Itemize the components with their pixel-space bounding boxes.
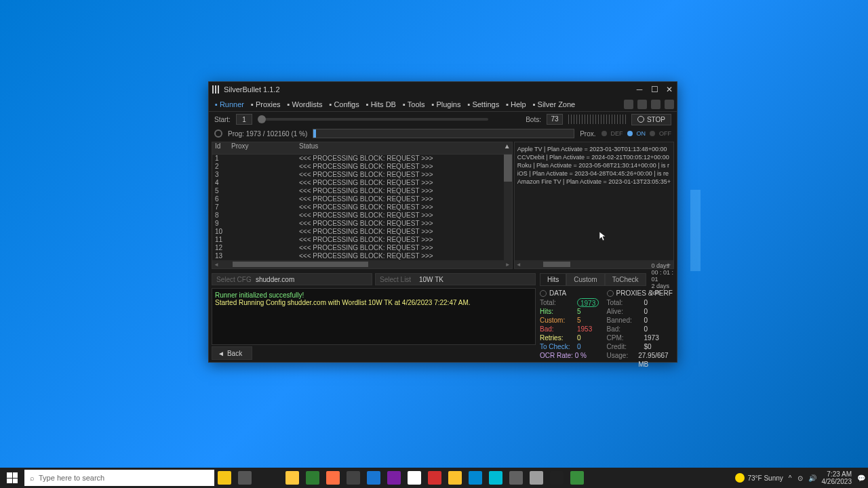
col-id[interactable]: Id — [212, 142, 231, 154]
table-row[interactable]: 8<<< PROCESSING BLOCK: REQUEST >>> — [212, 211, 512, 220]
log-hscroll[interactable]: ◄► — [515, 260, 673, 268]
table-row[interactable]: 6<<< PROCESSING BLOCK: REQUEST >>> — [212, 195, 512, 203]
mouse-cursor — [599, 232, 606, 241]
toolbar-tools[interactable]: ▪Tools — [399, 99, 429, 110]
taskbar-app[interactable] — [214, 468, 235, 488]
hits-log: Apple TV | Plan Activate = 2023-01-30T01… — [514, 142, 674, 269]
bots-label: Bots: — [526, 116, 541, 123]
taskbar-app[interactable] — [404, 468, 425, 488]
table-row[interactable]: 11<<< PROCESSING BLOCK: REQUEST >>> — [212, 236, 512, 244]
maximize-button[interactable]: ☐ — [650, 85, 659, 94]
taskbar: ⌕Type here to search 73°F Sunny ^ ⊙ 🔊 7:… — [0, 468, 868, 488]
taskbar-app[interactable] — [323, 468, 343, 488]
start-input[interactable] — [236, 114, 252, 125]
svg-rect-0 — [212, 85, 214, 94]
clock[interactable]: 7:23 AM4/26/2023 — [822, 470, 852, 485]
table-row[interactable]: 3<<< PROCESSING BLOCK: REQUEST >>> — [212, 171, 512, 179]
table-hscroll[interactable]: ◄► — [212, 260, 512, 268]
tray-icon[interactable]: ⊙ — [797, 474, 803, 482]
toolbar-proxies[interactable]: ▪Proxies — [248, 99, 284, 110]
select-cfg[interactable]: Select CFGshudder.com — [212, 273, 372, 285]
tab-custom[interactable]: Custom — [566, 273, 604, 286]
col-proxy[interactable]: Proxy — [231, 142, 299, 154]
taskbar-app[interactable] — [547, 468, 567, 488]
toolbar-silver-zone[interactable]: ▪Silver Zone — [530, 99, 579, 110]
notifications-icon[interactable]: 💬 — [857, 474, 865, 482]
taskbar-app[interactable] — [486, 468, 506, 488]
table-vscroll[interactable] — [504, 155, 512, 260]
bots-value[interactable]: 73 — [547, 114, 563, 125]
start-button[interactable] — [0, 468, 24, 488]
taskbar-app[interactable] — [425, 468, 445, 488]
taskbar-app[interactable] — [302, 468, 323, 488]
progress-bar — [313, 129, 574, 138]
table-row[interactable]: 4<<< PROCESSING BLOCK: REQUEST >>> — [212, 179, 512, 187]
taskbar-app[interactable] — [506, 468, 526, 488]
sun-icon — [735, 473, 745, 483]
refresh-icon[interactable] — [540, 290, 547, 297]
desktop-accent — [690, 190, 701, 271]
tab-hits[interactable]: Hits — [540, 273, 566, 286]
toolbar-help[interactable]: ▪Help — [502, 99, 530, 110]
refresh-icon[interactable] — [607, 290, 614, 297]
perf-stats: PROXIES & PERF Total:0 Alive:0 Banned:0 … — [607, 289, 675, 360]
table-row[interactable]: 10<<< PROCESSING BLOCK: REQUEST >>> — [212, 228, 512, 236]
search-box[interactable]: ⌕Type here to search — [24, 470, 214, 486]
app-window: SilverBullet 1.1.2 ─ ☐ ✕ ▪Runner▪Proxies… — [208, 81, 677, 363]
table-row[interactable]: 12<<< PROCESSING BLOCK: REQUEST >>> — [212, 244, 512, 252]
tray-volume-icon[interactable]: 🔊 — [808, 474, 816, 482]
start-slider[interactable] — [258, 118, 488, 121]
log-line: Amazon Fire TV | Plan Activate = 2023-01… — [517, 178, 671, 186]
start-label: Start: — [214, 116, 231, 123]
back-button[interactable]: ◄Back — [212, 346, 252, 360]
taskbar-app[interactable] — [282, 468, 302, 488]
toolbar-configs[interactable]: ▪Configs — [326, 99, 363, 110]
main-toolbar: ▪Runner▪Proxies▪Wordlists▪Configs▪Hits D… — [209, 97, 677, 112]
minimize-button[interactable]: ─ — [635, 85, 644, 94]
app-icon — [212, 85, 220, 94]
toolbar-wordlists[interactable]: ▪Wordlists — [284, 99, 326, 110]
taskbar-app[interactable] — [465, 468, 486, 488]
log-line: CCVDebit | Plan Activate = 2024-02-21T00… — [517, 153, 671, 161]
taskbar-app[interactable] — [343, 468, 363, 488]
taskbar-app[interactable] — [363, 468, 384, 488]
table-row[interactable]: 13<<< PROCESSING BLOCK: REQUEST >>> — [212, 252, 512, 260]
weather-widget[interactable]: 73°F Sunny — [735, 473, 783, 483]
svg-rect-1 — [215, 85, 216, 94]
svg-rect-2 — [218, 85, 219, 94]
tray-chevron-icon[interactable]: ^ — [789, 474, 792, 482]
table-row[interactable]: 7<<< PROCESSING BLOCK: REQUEST >>> — [212, 203, 512, 211]
prox-toggle[interactable]: DEF ON OFF — [601, 130, 672, 137]
screenshot-icon[interactable] — [637, 100, 647, 109]
task-view-button[interactable] — [235, 468, 255, 488]
toolbar-plugins[interactable]: ▪Plugins — [429, 99, 465, 110]
taskbar-app[interactable] — [526, 468, 547, 488]
toolbar-runner[interactable]: ▪Runner — [212, 99, 248, 110]
windows-logo-icon — [7, 472, 18, 483]
data-stats: DATA Total:1973 Hits:5 Custom:5 Bad:1953… — [540, 289, 601, 360]
bots-slider[interactable] — [568, 115, 626, 124]
tab-tocheck[interactable]: ToCheck — [605, 273, 646, 286]
progress-icon — [214, 129, 222, 138]
telegram-icon[interactable] — [665, 100, 674, 109]
titlebar[interactable]: SilverBullet 1.1.2 ─ ☐ ✕ — [209, 82, 677, 97]
taskbar-app[interactable] — [384, 468, 404, 488]
taskbar-app[interactable] — [567, 468, 587, 488]
select-list[interactable]: Select List10W TK — [375, 273, 536, 285]
col-status[interactable]: Status — [299, 142, 504, 154]
close-button[interactable]: ✕ — [665, 85, 674, 94]
table-row[interactable]: 9<<< PROCESSING BLOCK: REQUEST >>> — [212, 220, 512, 228]
history-icon[interactable] — [624, 100, 633, 109]
results-table: Id Proxy Status ▲ 1<<< PROCESSING BLOCK:… — [212, 142, 513, 269]
toolbar-hits-db[interactable]: ▪Hits DB — [363, 99, 399, 110]
taskbar-app[interactable] — [445, 468, 465, 488]
table-row[interactable]: 2<<< PROCESSING BLOCK: REQUEST >>> — [212, 163, 512, 171]
stop-button[interactable]: STOP — [631, 114, 671, 125]
chat-icon[interactable] — [651, 100, 660, 109]
table-row[interactable]: 1<<< PROCESSING BLOCK: REQUEST >>> — [212, 155, 512, 163]
table-row[interactable]: 5<<< PROCESSING BLOCK: REQUEST >>> — [212, 187, 512, 195]
toolbar-settings[interactable]: ▪Settings — [464, 99, 502, 110]
log-line: Roku | Plan Activate = 2023-05-08T21:30:… — [517, 161, 671, 169]
progress-row: Prog: 1973 / 102160 (1 %) Prox. DEF ON O… — [209, 127, 677, 140]
prox-label: Prox. — [580, 130, 595, 138]
